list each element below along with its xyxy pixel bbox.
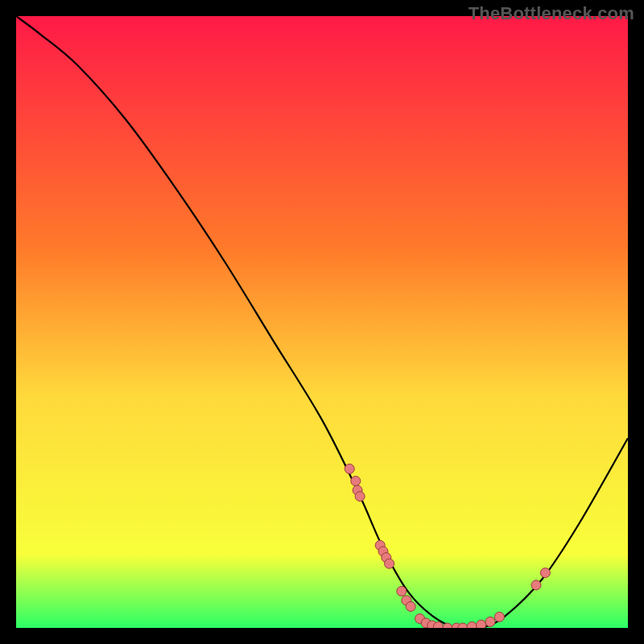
plot-area xyxy=(16,16,628,628)
data-dot xyxy=(433,621,443,628)
data-dot xyxy=(467,621,477,628)
gradient-background xyxy=(16,16,628,628)
data-dot xyxy=(485,617,495,626)
data-dot xyxy=(540,568,550,578)
data-dot xyxy=(385,559,394,568)
data-dot xyxy=(345,464,354,473)
watermark-text: TheBottleneck.com xyxy=(469,3,634,24)
data-dot xyxy=(531,580,541,590)
data-dot xyxy=(494,612,504,621)
chart-frame: TheBottleneck.com xyxy=(0,0,644,644)
chart-svg xyxy=(16,16,628,628)
data-dot xyxy=(355,492,365,502)
data-dot xyxy=(477,620,486,628)
data-dot xyxy=(351,477,361,486)
data-dot xyxy=(397,586,407,596)
data-dot xyxy=(406,601,415,611)
